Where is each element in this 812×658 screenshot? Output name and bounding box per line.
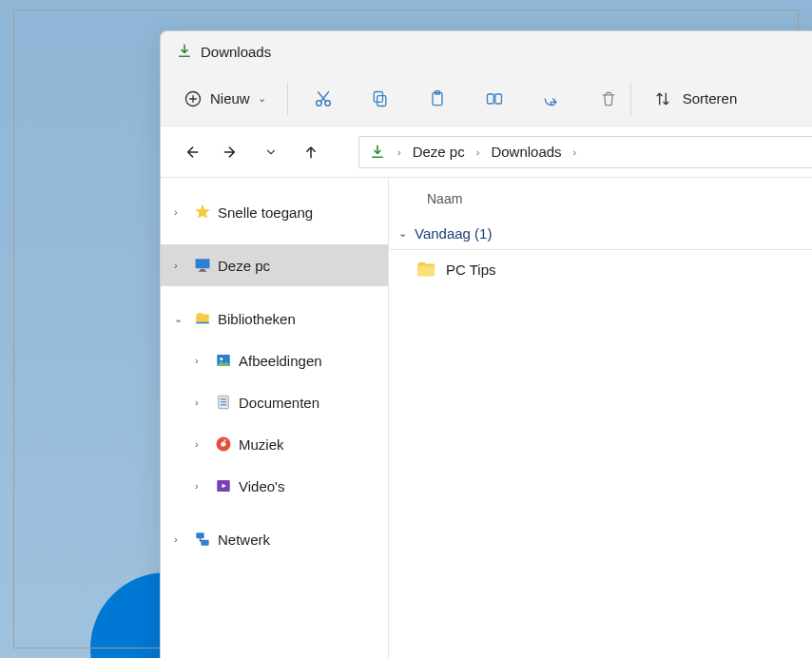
breadcrumb-folder[interactable]: Downloads — [491, 144, 561, 160]
nav-bar: › Deze pc › Downloads › — [161, 126, 812, 178]
sort-button-label[interactable]: Sorteren — [683, 90, 738, 106]
music-icon — [214, 435, 233, 454]
group-label: Vandaag (1) — [415, 225, 492, 242]
file-list-pane: Naam ⌄ Vandaag (1) PC Tips — [389, 178, 812, 658]
documents-icon — [214, 393, 233, 412]
svg-rect-10 — [201, 269, 205, 271]
file-name: PC Tips — [446, 261, 496, 278]
column-header-name[interactable]: Naam — [389, 191, 812, 218]
chevron-right-icon: › — [195, 480, 208, 492]
chevron-right-icon[interactable]: › — [474, 146, 482, 158]
chevron-right-icon: › — [174, 533, 187, 545]
star-icon — [193, 203, 212, 222]
new-button[interactable]: Nieuw ⌄ — [174, 84, 276, 114]
svg-rect-18 — [221, 404, 226, 405]
network-icon — [193, 530, 212, 549]
copy-icon[interactable] — [370, 88, 391, 109]
svg-rect-3 — [377, 95, 385, 106]
file-row[interactable]: PC Tips — [389, 250, 812, 288]
svg-rect-7 — [487, 94, 493, 104]
svg-point-14 — [220, 358, 222, 360]
tree-item-quick-access[interactable]: › Snelle toegang — [161, 191, 388, 233]
downloads-icon — [176, 43, 193, 60]
tree-label: Afbeeldingen — [239, 353, 322, 369]
tree-item-documents[interactable]: › Documenten — [161, 381, 388, 423]
titlebar: Downloads — [161, 31, 812, 71]
pictures-icon — [214, 351, 233, 370]
up-button[interactable] — [301, 143, 320, 162]
svg-rect-17 — [221, 401, 226, 402]
folder-icon — [416, 261, 436, 278]
libraries-icon — [193, 309, 212, 328]
tree-item-pictures[interactable]: › Afbeeldingen — [161, 339, 388, 381]
address-bar[interactable]: › Deze pc › Downloads › — [358, 136, 812, 168]
tree-label: Snelle toegang — [218, 204, 313, 221]
rename-icon[interactable] — [484, 88, 505, 109]
tree-label: Documenten — [239, 395, 319, 411]
forward-button[interactable] — [222, 143, 241, 162]
recent-button[interactable] — [261, 143, 280, 162]
toolbar-divider-2 — [630, 82, 631, 116]
nav-controls — [161, 143, 358, 162]
svg-rect-11 — [199, 271, 206, 272]
videos-icon — [214, 476, 233, 495]
chevron-right-icon: › — [195, 355, 208, 366]
chevron-right-icon: › — [174, 206, 187, 218]
paste-icon[interactable] — [427, 88, 448, 109]
svg-rect-12 — [196, 322, 209, 324]
toolbar-divider — [287, 82, 288, 116]
chevron-right-icon: › — [174, 260, 187, 271]
tree-item-network[interactable]: › Netwerk — [161, 518, 388, 560]
breadcrumb-root[interactable]: Deze pc — [413, 144, 465, 160]
svg-rect-16 — [221, 398, 226, 399]
chevron-right-icon: › — [195, 438, 208, 450]
svg-rect-9 — [196, 259, 210, 268]
toolbar-icons — [300, 88, 619, 109]
tree-item-this-pc[interactable]: › Deze pc — [161, 244, 388, 286]
downloads-icon — [369, 144, 386, 161]
tree-item-videos[interactable]: › Video's — [161, 465, 388, 507]
chevron-right-icon[interactable]: › — [571, 146, 579, 158]
svg-rect-22 — [196, 532, 203, 538]
monitor-icon — [193, 256, 212, 275]
tree-item-libraries[interactable]: ⌄ Bibliotheken — [161, 298, 388, 339]
tree-label: Bibliotheken — [218, 311, 296, 327]
navigation-tree: › Snelle toegang › Deze pc ⌄ — [161, 178, 389, 658]
cut-icon[interactable] — [313, 88, 334, 109]
chevron-down-icon: ⌄ — [174, 313, 187, 325]
chevron-right-icon: › — [195, 397, 208, 408]
plus-circle-icon — [184, 89, 203, 108]
tree-label: Netwerk — [218, 532, 270, 548]
tree-label: Muziek — [239, 436, 284, 453]
toolbar: Nieuw ⌄ So — [161, 71, 812, 126]
trash-icon[interactable] — [598, 88, 619, 109]
chevron-down-icon: ⌄ — [258, 92, 266, 105]
chevron-right-icon[interactable]: › — [396, 146, 403, 158]
group-header-today[interactable]: ⌄ Vandaag (1) — [389, 218, 812, 250]
svg-rect-8 — [495, 94, 502, 104]
svg-rect-4 — [374, 91, 382, 102]
sort-icon[interactable] — [652, 88, 673, 109]
tree-label: Deze pc — [218, 258, 270, 274]
share-icon[interactable] — [541, 88, 562, 109]
file-explorer-window: Downloads Nieuw ⌄ — [160, 30, 812, 658]
tree-label: Video's — [239, 478, 284, 494]
tree-item-music[interactable]: › Muziek — [161, 423, 388, 465]
new-button-label: Nieuw — [210, 90, 250, 106]
window-title: Downloads — [201, 44, 271, 60]
back-button[interactable] — [182, 143, 201, 162]
content-area: › Snelle toegang › Deze pc ⌄ — [161, 178, 812, 658]
chevron-down-icon: ⌄ — [398, 227, 407, 240]
